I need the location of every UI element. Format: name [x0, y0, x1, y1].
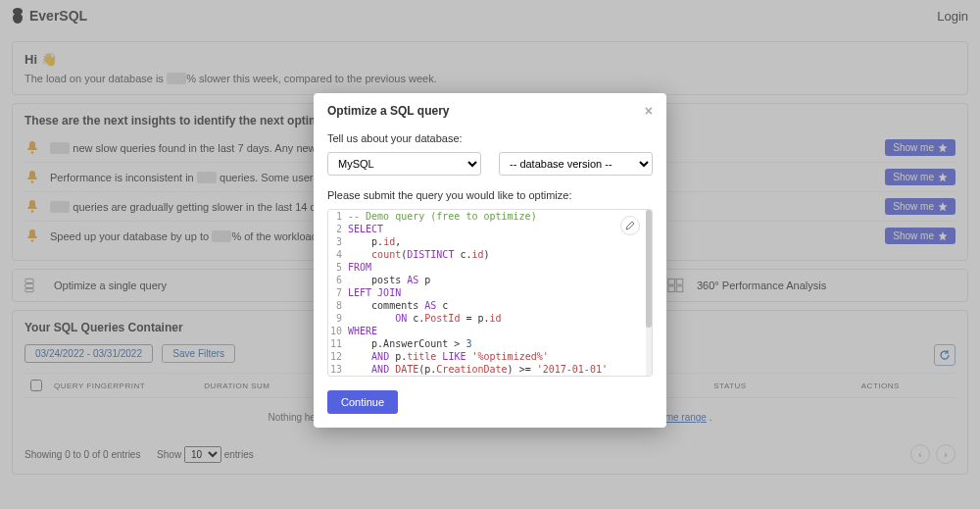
code-line[interactable]: SELECT — [348, 223, 393, 235]
modal-overlay: Optimize a SQL query × Tell us about you… — [0, 0, 980, 509]
db-version-select[interactable]: -- database version -- — [499, 152, 653, 176]
continue-button[interactable]: Continue — [327, 390, 398, 414]
db-engine-select[interactable]: MySQL — [327, 152, 481, 176]
code-line[interactable]: FROM — [348, 261, 381, 274]
edit-code-button[interactable] — [620, 216, 640, 235]
optimize-modal: Optimize a SQL query × Tell us about you… — [314, 93, 666, 428]
pencil-icon — [625, 221, 635, 230]
db-label: Tell us about your database: — [327, 132, 653, 144]
code-line[interactable]: p.AnswerCount > 3 — [348, 337, 481, 350]
code-line[interactable]: ON c.PostId = p.id — [348, 312, 512, 325]
close-icon[interactable]: × — [645, 103, 653, 119]
code-line[interactable]: count(DISTINCT c.id) — [348, 248, 500, 261]
submit-label: Please submit the query you would like t… — [327, 189, 653, 201]
code-line[interactable]: LEFT JOIN — [348, 286, 411, 299]
code-line[interactable]: posts AS p — [348, 274, 440, 286]
modal-title: Optimize a SQL query — [327, 104, 449, 118]
sql-editor[interactable]: 1-- Demo query (free to optimize)2SELECT… — [327, 209, 653, 377]
code-line[interactable]: WHERE — [348, 325, 387, 337]
code-line[interactable]: AND DATE(p.CreationDate) >= '2017-01-01' — [348, 363, 617, 376]
code-line[interactable]: AND p.title LIKE '%optimized%' — [348, 350, 559, 363]
code-line[interactable]: -- Demo query (free to optimize) — [348, 210, 547, 223]
editor-scrollbar[interactable] — [646, 210, 652, 376]
code-line[interactable]: p.id, — [348, 235, 411, 248]
code-line[interactable]: comments AS c — [348, 299, 458, 312]
